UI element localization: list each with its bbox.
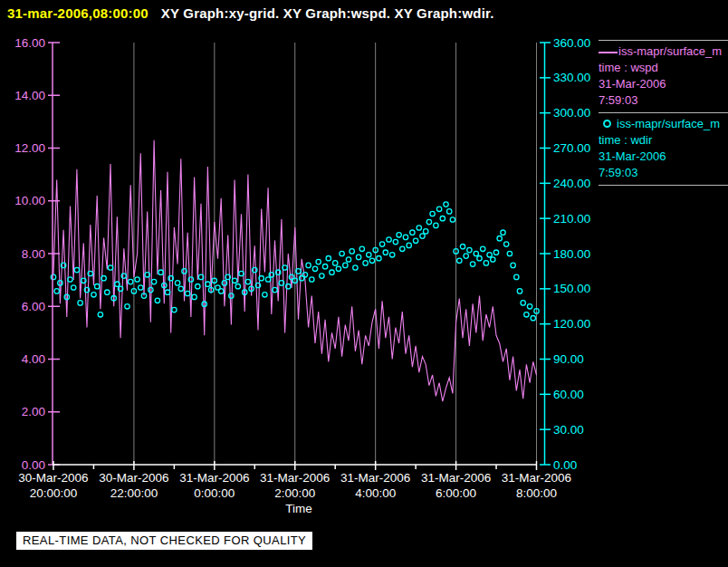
- wdir-data-point: [229, 293, 234, 298]
- wdir-data-point: [457, 258, 462, 263]
- x-axis-time-label: 8:00:00: [516, 486, 557, 500]
- wdir-data-point: [346, 257, 350, 262]
- wdir-data-point: [447, 209, 452, 214]
- right-axis-tick-label: 360.00: [553, 36, 590, 50]
- legend-entry-wspd: iss-mapr/surface_m time : wspd 31-Mar-20…: [599, 41, 728, 112]
- wdir-data-point: [524, 312, 529, 317]
- wdir-data-point: [306, 263, 311, 267]
- wdir-data-point: [219, 289, 224, 293]
- wdir-data-point: [192, 294, 196, 299]
- wdir-data-point: [393, 239, 398, 244]
- wdir-data-point: [263, 293, 267, 297]
- wdir-data-point: [135, 277, 139, 282]
- wdir-series-name: iss-mapr/surface_m: [617, 117, 720, 130]
- wdir-data-point: [206, 282, 210, 286]
- right-axis-tick-label: 30.00: [553, 423, 584, 437]
- wdir-data-point: [450, 217, 455, 222]
- left-axis-tick-label: 6.00: [22, 300, 45, 313]
- left-axis-tick-label: 14.00: [14, 89, 45, 102]
- wdir-data-point: [359, 246, 364, 251]
- right-axis-tick-label: 330.00: [553, 71, 590, 84]
- wdir-var-label: time : wdir: [599, 132, 728, 149]
- wdir-data-point: [477, 256, 482, 261]
- wdir-data-point: [336, 266, 340, 271]
- wdir-data-point: [511, 263, 515, 267]
- legend-entry-wdir: iss-mapr/surface_m time : wdir 31-Mar-20…: [599, 112, 728, 185]
- wdir-data-point: [310, 277, 314, 282]
- right-axis-tick-label: 60.00: [553, 388, 584, 401]
- x-axis-time-label: 6:00:00: [436, 486, 476, 500]
- wdir-date: 31-Mar-2006: [599, 149, 728, 165]
- legend-series-name: iss-mapr/surface_m: [599, 43, 728, 60]
- left-axis-tick-label: 2.00: [22, 405, 45, 418]
- wdir-data-point: [487, 253, 492, 257]
- wdir-data-point: [108, 265, 112, 270]
- wdir-data-point: [413, 238, 417, 243]
- wdir-data-point: [196, 284, 200, 289]
- wdir-data-point: [460, 245, 465, 249]
- wdir-data-point: [316, 259, 321, 264]
- x-axis-date-label: 30-Mar-2006: [99, 471, 168, 485]
- right-axis-tick-label: 90.00: [553, 352, 584, 366]
- wdir-data-point: [320, 274, 324, 278]
- wdir-circle-marker: [603, 120, 611, 128]
- wdir-data-point: [51, 274, 55, 279]
- wdir-data-point: [178, 286, 183, 291]
- wdir-data-point: [363, 261, 368, 265]
- right-axis-tick-label: 0.00: [553, 458, 577, 472]
- wdir-data-point: [493, 250, 498, 255]
- x-axis-title: Time: [285, 502, 312, 515]
- x-axis-time-label: 20:00:00: [30, 486, 78, 500]
- wdir-data-point: [464, 254, 468, 258]
- wspd-line-marker: [599, 52, 618, 53]
- wdir-data-point: [521, 301, 525, 305]
- wdir-data-point: [531, 316, 535, 321]
- wdir-data-point: [501, 230, 505, 235]
- wspd-var-label: time : wspd: [599, 60, 728, 76]
- right-axis-tick-label: 270.00: [553, 141, 590, 155]
- wdir-data-point: [105, 290, 110, 294]
- wdir-data-point: [379, 242, 384, 246]
- x-axis-time-label: 22:00:00: [110, 486, 158, 500]
- wdir-data-point: [312, 266, 317, 271]
- wdir-data-point: [474, 251, 478, 255]
- wdir-data-point: [353, 265, 358, 270]
- wdir-data-point: [400, 246, 405, 251]
- wdir-data-point: [383, 250, 388, 255]
- x-axis-time-label: 2:00:00: [274, 486, 315, 500]
- wdir-data-point: [98, 312, 102, 317]
- wdir-data-point: [302, 273, 307, 277]
- wdir-data-point: [245, 279, 250, 284]
- wdir-data-point: [95, 284, 100, 289]
- wdir-data-point: [407, 243, 411, 247]
- wdir-data-point: [481, 246, 485, 251]
- right-axis-tick-label: 210.00: [553, 212, 590, 226]
- wdir-data-point: [148, 287, 153, 292]
- wdir-data-point: [369, 258, 374, 263]
- wdir-time: 7:59:03: [599, 165, 728, 181]
- wdir-data-point: [470, 262, 474, 266]
- wdir-data-point: [491, 257, 495, 262]
- wdir-data-point: [330, 270, 334, 274]
- left-axis-tick-label: 4.00: [22, 352, 45, 366]
- wdir-data-point: [64, 294, 69, 299]
- right-axis-tick-label: 300.00: [553, 106, 590, 120]
- wspd-date: 31-Mar-2006: [599, 76, 728, 92]
- left-axis-tick-label: 10.00: [14, 194, 45, 207]
- right-axis-tick-label: 120.00: [553, 317, 590, 331]
- left-axis-tick-label: 12.00: [14, 141, 45, 155]
- wdir-data-point: [420, 234, 425, 238]
- wdir-data-point: [444, 202, 448, 207]
- right-axis-tick-label: 240.00: [553, 177, 590, 190]
- legend-series-name: iss-mapr/surface_m: [599, 116, 728, 132]
- x-axis-date-label: 31-Mar-2006: [502, 471, 571, 485]
- legend: iss-mapr/surface_m time : wspd 31-Mar-20…: [599, 40, 728, 186]
- wdir-data-point: [326, 256, 330, 261]
- wdir-data-point: [397, 233, 401, 237]
- wdir-data-point: [467, 247, 472, 252]
- wdir-data-point: [54, 289, 59, 293]
- wdir-data-point: [155, 298, 159, 303]
- wdir-data-point: [222, 281, 226, 285]
- wdir-data-point: [514, 274, 519, 279]
- wdir-data-point: [125, 304, 129, 309]
